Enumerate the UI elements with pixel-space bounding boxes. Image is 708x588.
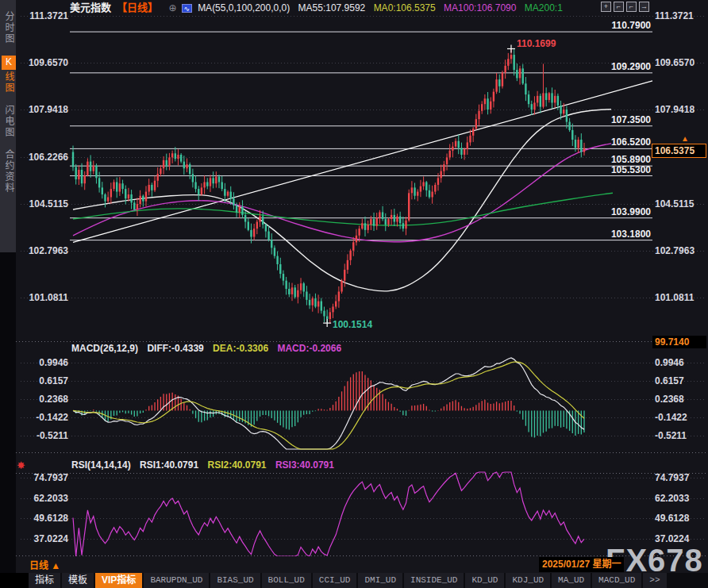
toolbar-tab-dmi_ud[interactable]: DMI_UD (358, 573, 402, 588)
gridlines-layer (16, 17, 708, 556)
rsi-axis-label: 37.0224 (17, 533, 68, 545)
macd-params-label: MACD(26,12,9) (71, 343, 138, 354)
rsi-header: RSI(14,14,14) RSI1:40.0791 RSI2:40.0791 … (71, 459, 334, 471)
sidebar-item-tab[interactable]: 分时图 (2, 11, 16, 44)
macd-axis-label: 0.6157 (655, 375, 706, 387)
move-icon[interactable]: + (601, 2, 611, 12)
ma-settings-label: MA(55,0,100,200,0,0) (198, 2, 290, 13)
price-axis-label: 101.0811 (17, 292, 68, 304)
macd-axis-label: 0.2368 (655, 394, 706, 405)
macd-layer (73, 358, 584, 449)
level-price-label: 106.5200 (548, 136, 651, 148)
toolbar-tab-macd_ud[interactable]: MACD_UD (592, 573, 641, 588)
macd-diff-value: DIFF:-0.4339 (147, 343, 203, 354)
rsi-params-label: RSI(14,14,14) (71, 459, 131, 471)
rsi-axis-label: 62.2033 (17, 493, 68, 505)
toolbar-tab-barupdn_ud[interactable]: BARUPDN_UD (144, 573, 209, 588)
macd-dea-value: DEA:-0.3306 (213, 343, 268, 354)
indicator-toolbar: 指标模板VIP指标BARUPDN_UDBIAS_UDBOLL_UDCCI_UDD… (0, 573, 708, 588)
macd-header: MACD(26,12,9) DIFF:-0.4339 DEA:-0.3306 M… (71, 343, 341, 354)
price-axis-label: 111.3721 (17, 10, 68, 22)
rsi1-value: RSI1:40.0791 (140, 459, 198, 471)
rsi-axis-label: 74.7937 (17, 472, 68, 484)
level-price-label: 103.9900 (548, 206, 651, 217)
rsi2-value: RSI2:40.0791 (207, 459, 266, 471)
axis-scale-left-icon[interactable]: ⌐ (614, 2, 624, 12)
overlay-lines-layer (73, 81, 652, 291)
ma0-value: MA0:106.5375 (374, 2, 436, 13)
toolbar-corner (0, 573, 29, 588)
ma200-value: MA200:1 (525, 2, 563, 13)
macd-axis-label: 0.9946 (655, 357, 706, 369)
starburst-icon: ✸ (17, 459, 25, 471)
sidebar-item-tab[interactable]: 闪电图 (2, 105, 16, 138)
active-tab-badge: K (2, 56, 16, 70)
chart-canvas (0, 0, 708, 588)
level-price-label: 109.2900 (548, 61, 651, 72)
toolbar-tab-ma_ud[interactable]: MA_UD (552, 573, 591, 588)
axis-scale-right-icon[interactable]: ⌐ (626, 2, 637, 12)
toolbar-tab-inside_ud[interactable]: INSIDE_UD (404, 573, 464, 588)
price-axis-label: 102.7963 (17, 245, 68, 257)
toolbar-tab-kd_ud[interactable]: KD_UD (465, 573, 504, 588)
price-axis-label: 111.3721 (655, 10, 706, 22)
period-tag[interactable]: 【日线】 (117, 2, 158, 13)
toolbar-tab-指标[interactable]: 指标 (29, 573, 60, 588)
macd-axis-label: 0.6157 (17, 375, 68, 387)
ma55-value: MA55:107.9592 (298, 2, 366, 13)
price-axis-label: 104.5115 (17, 198, 68, 210)
rsi-layer (73, 472, 584, 556)
price-axis-label: 107.9418 (17, 104, 68, 116)
exit-panel-icon[interactable]: → (639, 2, 649, 12)
rsi-axis-label: 74.7937 (655, 472, 706, 484)
left-sidebar: 分时图K线图闪电图合约资料 (0, 0, 16, 252)
ma100-value: MA100:106.7090 (444, 2, 516, 13)
window-icon-group: +⌐⌐→ (601, 2, 649, 12)
chart-app: 分时图K线图闪电图合约资料 美元指数【日线】 ⊕ ∿ MA(55,0,100,2… (0, 0, 708, 588)
price-axis-label: 104.5115 (655, 198, 706, 210)
macd-macd-value: MACD:-0.2066 (277, 343, 341, 354)
current-price-badge: 106.5375 (652, 144, 706, 158)
chart-type-icon[interactable]: ∿ (182, 4, 192, 13)
rsi3-value: RSI3:40.0791 (275, 459, 334, 471)
toolbar-tab-vip指标[interactable]: VIP指标 (95, 573, 142, 588)
price-axis-label: 107.9418 (655, 104, 706, 116)
macd-axis-label: 0.2368 (17, 394, 68, 405)
macd-axis-label: -0.1422 (17, 412, 68, 424)
rsi-axis-label: 62.2033 (655, 493, 706, 505)
rsi-axis-label: 49.6128 (17, 513, 68, 525)
price-axis-label: 101.0811 (655, 292, 706, 304)
high-price-label: 110.1699 (517, 38, 556, 49)
price-axis-label: 109.6570 (655, 57, 706, 69)
toolbar-tab-bias_ud[interactable]: BIAS_UD (210, 573, 260, 588)
price-axis-label: 102.7963 (655, 245, 706, 257)
candles-layer (72, 48, 585, 323)
level-price-label: 107.3500 (548, 114, 651, 125)
level-price-label: 110.7900 (548, 20, 651, 31)
rsi-axis-label: 37.0224 (655, 533, 706, 545)
toolbar-tab-cci_ud[interactable]: CCI_UD (313, 573, 357, 588)
toolbar-tab-模板[interactable]: 模板 (62, 573, 94, 588)
toolbar-tab-boll_ud[interactable]: BOLL_UD (262, 573, 311, 588)
macd-axis-label: 0.9946 (17, 357, 68, 369)
level-price-label: 103.1800 (548, 229, 651, 240)
price-axis-label: 106.2266 (17, 152, 68, 163)
sidebar-item-tab[interactable]: 合约资料 (2, 149, 16, 194)
period-selector[interactable]: 日线 ▲ (29, 558, 60, 571)
macd-axis-label: -0.5211 (17, 430, 68, 442)
rsi-axis-label: 49.6128 (655, 513, 706, 525)
level-price-label: 105.5300 (548, 164, 651, 175)
price-up-arrow-icon: ▲ (681, 134, 689, 143)
toolbar-tab->>[interactable]: >> (643, 573, 666, 588)
macd-axis-label: -0.5211 (655, 430, 706, 442)
low-price-label: 100.1514 (333, 319, 372, 330)
sidebar-item-active[interactable]: K线图 (2, 56, 16, 94)
current-date-badge: 2025/01/27 星期一 (539, 557, 624, 572)
add-indicator-icon[interactable]: ⊕ (168, 2, 176, 13)
left-sidebar-lower (0, 252, 16, 588)
toolbar-tab-kdj_ud[interactable]: KDJ_UD (506, 573, 550, 588)
price-axis-label: 109.6570 (17, 57, 68, 69)
chart-title-bar: 美元指数【日线】 ⊕ ∿ MA(55,0,100,200,0,0) MA55:1… (70, 0, 594, 15)
macd-axis-label: -0.1422 (655, 412, 706, 424)
symbol-name: 美元指数 (70, 2, 111, 13)
